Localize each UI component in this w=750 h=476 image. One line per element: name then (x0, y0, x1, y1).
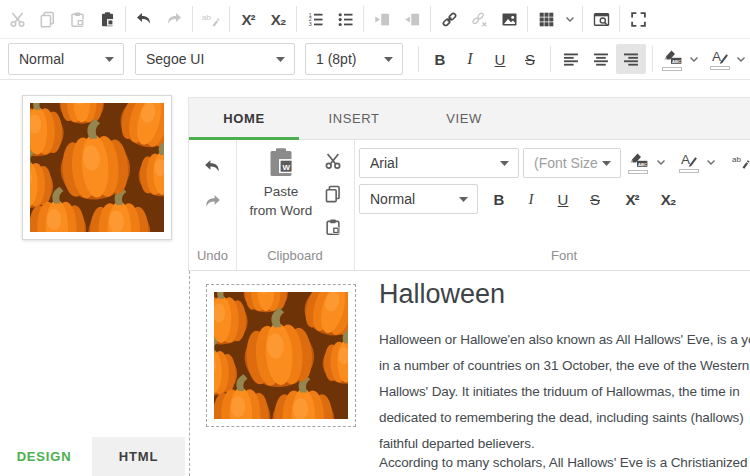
underline-button[interactable]: U (485, 44, 515, 74)
copy-icon[interactable] (320, 182, 346, 206)
pumpkins-image[interactable] (22, 95, 172, 240)
paste-from-word-icon[interactable] (92, 4, 122, 34)
font-color-chevron-icon[interactable] (703, 155, 719, 169)
table-chevron-down-icon[interactable] (561, 4, 579, 34)
embedded-editor-content[interactable]: Halloween Halloween or Hallowe'en also k… (189, 271, 750, 476)
create-table-icon[interactable] (531, 4, 561, 34)
bold-button[interactable]: B (425, 44, 455, 74)
paste-icon[interactable] (62, 4, 92, 34)
tab-home[interactable]: HOME (189, 98, 299, 139)
background-color-icon[interactable]: ABC (659, 48, 685, 71)
toolbar-separator (430, 6, 431, 32)
italic-button[interactable]: I (516, 184, 546, 214)
view-html-icon[interactable] (586, 4, 616, 34)
strikethrough-button[interactable]: S (580, 184, 610, 214)
background-color-icon[interactable]: ABC (625, 148, 651, 176)
subscript-button[interactable]: X₂ (653, 184, 683, 214)
redo-icon[interactable] (159, 4, 189, 34)
toolbar-separator (192, 6, 193, 32)
superscript-button[interactable]: X² (617, 184, 647, 214)
pumpkins-image[interactable] (206, 284, 356, 427)
format-painter-icon[interactable]: ab (196, 4, 226, 34)
background-color-swatch (628, 170, 648, 174)
indent-icon[interactable] (367, 4, 397, 34)
font-color-icon[interactable]: A (707, 48, 733, 70)
paste-label-line2: from Word (250, 201, 313, 220)
background-color-chevron-icon[interactable] (653, 155, 669, 169)
format-select-value: Normal (19, 51, 64, 67)
fullscreen-icon[interactable] (623, 4, 653, 34)
paste-icon[interactable] (320, 215, 346, 239)
ribbon-font-family-select[interactable]: Arial (359, 148, 519, 178)
ordered-list-icon[interactable]: 123 (300, 4, 330, 34)
align-right-icon[interactable] (616, 44, 646, 74)
svg-text:3: 3 (308, 21, 311, 27)
align-center-icon[interactable] (586, 44, 616, 74)
ribbon-font-family-value: Arial (370, 155, 398, 171)
toolbar-separator (582, 6, 583, 32)
abc-badge: ABC (638, 161, 647, 166)
subscript-icon[interactable]: X₂ (263, 4, 293, 34)
underline-button[interactable]: U (548, 184, 578, 214)
font-color-swatch (679, 169, 699, 173)
toolbar-separator (418, 46, 419, 72)
main-toolbar-row1: ab X² X₂ 123 (0, 0, 750, 39)
unordered-list-icon[interactable] (330, 4, 360, 34)
ribbon-format-value: Normal (370, 191, 415, 207)
ribbon: Undo W Paste from Word (188, 140, 750, 271)
tab-insert[interactable]: INSERT (299, 98, 409, 139)
font-color-icon[interactable]: A (677, 148, 701, 176)
format-painter-glyph: ab (732, 155, 741, 164)
undo-icon[interactable] (197, 153, 227, 179)
ribbon-tabstrip: HOME INSERT VIEW (188, 97, 750, 140)
tab-design[interactable]: DESIGN (0, 437, 88, 476)
font-color-letter: A (681, 152, 690, 167)
font-color-chevron-icon[interactable] (733, 44, 750, 74)
font-group-label: Font (354, 248, 750, 263)
font-family-select[interactable]: Segoe UI (135, 43, 295, 75)
font-size-value: 1 (8pt) (316, 51, 356, 67)
font-family-value: Segoe UI (146, 51, 204, 67)
bold-button[interactable]: B (484, 184, 514, 214)
unlink-icon[interactable] (464, 4, 494, 34)
word-badge: W (283, 163, 291, 172)
ribbon-format-select[interactable]: Normal (359, 184, 478, 214)
dropdown-arrow-icon (602, 161, 611, 166)
undo-icon[interactable] (129, 4, 159, 34)
strikethrough-button[interactable]: S (515, 44, 545, 74)
toolbar-separator (125, 6, 126, 32)
outdent-icon[interactable] (397, 4, 427, 34)
italic-button[interactable]: I (455, 44, 485, 74)
copy-icon[interactable] (32, 4, 62, 34)
toolbar-separator (296, 6, 297, 32)
font-color-letter: A (712, 49, 721, 64)
cut-icon[interactable] (320, 149, 346, 173)
article-paragraph-1: Halloween or Hallowe'en also known as Al… (379, 327, 750, 457)
format-select[interactable]: Normal (8, 43, 124, 75)
toolbar-separator (652, 46, 653, 72)
superscript-label: X² (242, 11, 255, 28)
font-size-select[interactable]: 1 (8pt) (305, 43, 403, 75)
cut-icon[interactable] (2, 4, 32, 34)
abc-badge: ABC (672, 58, 681, 63)
toolbar-separator (619, 6, 620, 32)
toolbar-separator (363, 6, 364, 32)
align-left-icon[interactable] (556, 44, 586, 74)
background-color-chevron-icon[interactable] (685, 44, 703, 74)
superscript-icon[interactable]: X² (233, 4, 263, 34)
font-color-swatch (710, 66, 730, 70)
paste-from-word-button[interactable]: W Paste from Word (242, 147, 320, 220)
create-link-icon[interactable] (434, 4, 464, 34)
format-painter-icon[interactable]: ab (729, 151, 750, 171)
article-heading: Halloween (379, 279, 505, 310)
ribbon-font-size-select[interactable]: (Font Size (523, 148, 621, 178)
toolbar-separator (550, 46, 551, 72)
main-toolbar-row2: Normal Segoe UI 1 (8pt) B I U S ABC (0, 39, 750, 80)
dropdown-arrow-icon (105, 57, 114, 62)
format-painter-glyph: ab (202, 13, 211, 22)
tab-view[interactable]: VIEW (409, 98, 519, 139)
insert-image-icon[interactable] (494, 4, 524, 34)
tab-html[interactable]: HTML (92, 437, 185, 476)
editor-page: ab X² X₂ 123 (0, 0, 750, 476)
redo-icon[interactable] (197, 188, 227, 214)
